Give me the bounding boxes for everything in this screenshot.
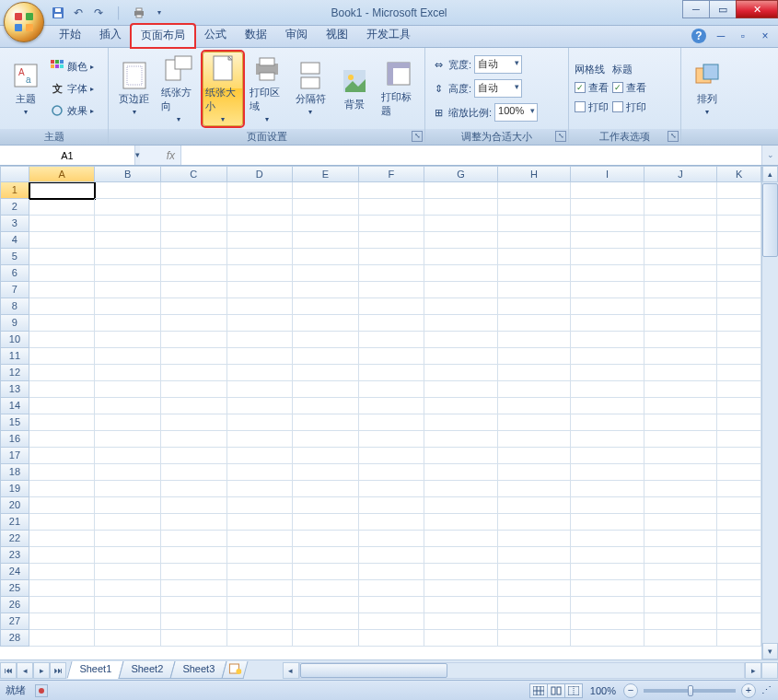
maximize-button[interactable]: ▭ [709, 0, 737, 18]
cell-A11[interactable] [29, 348, 96, 365]
cell-J17[interactable] [644, 448, 718, 464]
size-button[interactable]: 纸张大小▾ [203, 52, 243, 126]
office-button[interactable] [4, 2, 44, 42]
cell-A15[interactable] [29, 414, 96, 431]
cell-I26[interactable] [571, 597, 644, 613]
gridlines-view-check[interactable]: ✓查看 [575, 79, 609, 96]
cell-D15[interactable] [227, 414, 294, 431]
cell-C25[interactable] [161, 580, 227, 597]
cell-G20[interactable] [424, 497, 498, 514]
cell-B26[interactable] [95, 597, 161, 613]
cell-D19[interactable] [227, 481, 294, 497]
cell-B6[interactable] [95, 265, 161, 282]
cell-A20[interactable] [29, 497, 96, 514]
row-header-3[interactable]: 3 [0, 216, 29, 232]
cell-G3[interactable] [424, 216, 498, 232]
scroll-left-icon[interactable]: ◂ [283, 662, 299, 679]
tab-1[interactable]: 插入 [90, 24, 131, 47]
cell-H9[interactable] [498, 315, 572, 332]
cell-I17[interactable] [571, 448, 644, 464]
cell-D5[interactable] [227, 249, 294, 265]
cell-H27[interactable] [498, 613, 572, 630]
cell-H2[interactable] [498, 199, 572, 216]
sheet-nav-first-icon[interactable]: ⏮ [0, 662, 17, 679]
cell-I22[interactable] [571, 531, 644, 547]
cell-C5[interactable] [161, 249, 227, 265]
cell-H26[interactable] [498, 597, 572, 613]
cell-B15[interactable] [95, 414, 161, 431]
cell-H10[interactable] [498, 332, 572, 348]
cell-I7[interactable] [571, 282, 644, 298]
cell-I16[interactable] [571, 431, 644, 448]
cell-E28[interactable] [293, 630, 359, 647]
zoom-slider[interactable] [644, 689, 736, 693]
cell-G4[interactable] [424, 232, 498, 249]
cell-J28[interactable] [644, 630, 718, 647]
cell-D18[interactable] [227, 464, 294, 481]
cell-H7[interactable] [498, 282, 572, 298]
cell-K2[interactable] [717, 199, 761, 216]
cell-H13[interactable] [498, 381, 572, 398]
cell-C19[interactable] [161, 481, 227, 497]
cell-D7[interactable] [227, 282, 294, 298]
sheet-tab-Sheet3[interactable]: Sheet3 [169, 661, 226, 679]
cell-F24[interactable] [359, 564, 425, 580]
cell-J4[interactable] [644, 232, 718, 249]
col-header-I[interactable]: I [571, 166, 644, 182]
cell-A26[interactable] [29, 597, 96, 613]
tab-2[interactable]: 页面布局 [131, 24, 195, 48]
cell-K27[interactable] [717, 613, 761, 630]
row-header-20[interactable]: 20 [0, 497, 29, 514]
tab-6[interactable]: 视图 [317, 24, 357, 47]
cell-G19[interactable] [424, 481, 498, 497]
cell-A3[interactable] [29, 216, 96, 232]
formula-expand-icon[interactable]: ⌄ [761, 146, 778, 165]
cell-B16[interactable] [95, 431, 161, 448]
cell-F15[interactable] [359, 414, 425, 431]
cell-F14[interactable] [359, 398, 425, 414]
cell-I13[interactable] [571, 381, 644, 398]
new-sheet-button[interactable] [221, 661, 248, 679]
name-box[interactable]: ▾ [0, 146, 101, 165]
cell-K17[interactable] [717, 448, 761, 464]
cell-C21[interactable] [161, 514, 227, 531]
resize-grip-icon[interactable]: ⋰ [760, 684, 772, 696]
cell-J11[interactable] [644, 348, 718, 365]
cell-G6[interactable] [424, 265, 498, 282]
cell-I14[interactable] [571, 398, 644, 414]
horizontal-scrollbar[interactable]: ◂ ▸ [283, 662, 761, 679]
cell-A6[interactable] [29, 265, 96, 282]
row-header-18[interactable]: 18 [0, 464, 29, 481]
mdi-restore-icon[interactable]: ▫ [736, 29, 750, 43]
scale-launcher[interactable]: ⤡ [555, 131, 566, 142]
cell-H12[interactable] [498, 365, 572, 381]
cell-J23[interactable] [644, 547, 718, 564]
sheet-tab-Sheet1[interactable]: Sheet1 [66, 661, 123, 679]
cell-A25[interactable] [29, 580, 96, 597]
headings-view-check[interactable]: ✓查看 [612, 79, 646, 96]
cell-K5[interactable] [717, 249, 761, 265]
cell-E9[interactable] [293, 315, 359, 332]
hscroll-thumb[interactable] [300, 663, 447, 678]
cell-B23[interactable] [95, 547, 161, 564]
zoom-knob[interactable] [688, 685, 693, 696]
cell-K19[interactable] [717, 481, 761, 497]
cell-J2[interactable] [644, 199, 718, 216]
cell-E23[interactable] [293, 547, 359, 564]
cell-I4[interactable] [571, 232, 644, 249]
orientation-button[interactable]: 纸张方向▾ [158, 52, 199, 126]
cell-C28[interactable] [161, 630, 227, 647]
cell-B1[interactable] [95, 182, 161, 199]
cell-A28[interactable] [29, 630, 96, 647]
cell-F5[interactable] [359, 249, 425, 265]
cell-K7[interactable] [717, 282, 761, 298]
cell-I6[interactable] [571, 265, 644, 282]
cell-C24[interactable] [161, 564, 227, 580]
cell-C11[interactable] [161, 348, 227, 365]
cell-D24[interactable] [227, 564, 294, 580]
cell-C2[interactable] [161, 199, 227, 216]
row-header-19[interactable]: 19 [0, 481, 29, 497]
cell-H17[interactable] [498, 448, 572, 464]
cell-J26[interactable] [644, 597, 718, 613]
row-header-11[interactable]: 11 [0, 348, 29, 365]
